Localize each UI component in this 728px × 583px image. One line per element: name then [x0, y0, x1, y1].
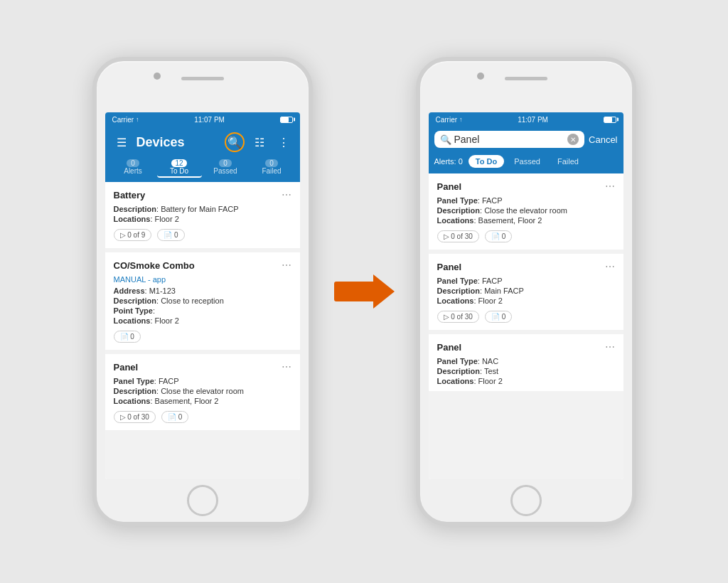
home-button-right[interactable] — [510, 485, 542, 516]
status-left-left: Carrier ↑ — [112, 116, 139, 124]
tab-todo-left[interactable]: 12 To Do — [157, 158, 202, 178]
search-glyph-left: 🔍 — [228, 136, 242, 149]
time-right: 11:07 PM — [518, 116, 548, 124]
tab-failed-label-left: Failed — [262, 167, 281, 175]
arrow-shape — [334, 274, 395, 309]
tab-failed-left[interactable]: 0 Failed — [250, 158, 294, 178]
card-panel-r2-more[interactable]: ⋯ — [605, 261, 615, 272]
tab-failed-badge-left: 0 — [265, 159, 278, 167]
card-cosmoke-footer: 📄 0 — [114, 331, 291, 343]
battery-fill-left — [281, 117, 289, 122]
speaker-left — [181, 77, 224, 80]
card-cosmoke-header: CO/Smoke Combo ⋯ — [114, 260, 291, 271]
wifi-icon-left: ↑ — [136, 116, 139, 123]
filter-tab-failed[interactable]: Failed — [550, 155, 586, 168]
battery-icon-left — [280, 117, 293, 123]
search-icon-left[interactable]: 🔍 — [225, 132, 245, 152]
card-panel-r1-more[interactable]: ⋯ — [605, 181, 615, 192]
status-right-left — [280, 117, 293, 123]
card-battery-footer: ▷ 0 of 9 📄 0 — [114, 229, 291, 241]
filter-tab-passed[interactable]: Passed — [507, 155, 547, 168]
tab-passed-left[interactable]: 0 Passed — [203, 158, 248, 178]
card-panel-r1-loc: Locations: Basement, Floor 2 — [437, 216, 615, 225]
card-panel-r3-more[interactable]: ⋯ — [605, 341, 615, 353]
badge-cosmoke-doc: 📄 0 — [114, 331, 141, 343]
home-button-left[interactable] — [187, 485, 218, 516]
badge-panel-r2-task: ▷ 0 of 30 — [437, 311, 479, 323]
card-panel-r2-header: Panel ⋯ — [437, 261, 615, 272]
card-cosmoke-manual: MANUAL - app — [114, 275, 291, 284]
card-battery-desc: Description: Battery for Main FACP — [114, 205, 291, 213]
card-panel-left-footer: ▷ 0 of 30 📄 0 — [114, 411, 291, 423]
card-battery-loc: Locations: Floor 2 — [114, 215, 291, 223]
card-panel-r1: Panel ⋯ Panel Type: FACP Description: Cl… — [429, 173, 623, 250]
arrow-head — [373, 274, 395, 309]
alerts-label-right: Alerts: 0 — [434, 157, 463, 166]
filter-tab-todo[interactable]: To Do — [469, 155, 504, 168]
card-cosmoke-loc: Locations: Floor 2 — [114, 316, 291, 325]
badge-panel-r1-task: ▷ 0 of 30 — [437, 230, 479, 242]
card-battery: Battery ⋯ Description: Battery for Main … — [105, 182, 300, 248]
tab-bar-left: 0 Alerts 12 To Do 0 Passed 0 Failed — [105, 158, 300, 182]
card-panel-r3-loc: Locations: Floor 2 — [437, 377, 615, 385]
camera-right — [477, 73, 484, 80]
card-panel-left-desc: Description: Close the elevator room — [114, 387, 291, 395]
status-right-right — [604, 117, 616, 123]
content-left: Battery ⋯ Description: Battery for Main … — [105, 182, 300, 479]
card-panel-r3-name: Panel — [437, 342, 462, 353]
left-phone-inner: Carrier ↑ 11:07 PM ☰ Devices 🔍 ☷ ⋮ — [105, 112, 300, 479]
status-left-right: Carrier ↑ — [436, 116, 463, 124]
status-bar-right: Carrier ↑ 11:07 PM — [429, 112, 623, 127]
speaker-right — [505, 77, 547, 80]
menu-icon-left[interactable]: ☰ — [112, 133, 131, 151]
app-header-left: ☰ Devices 🔍 ☷ ⋮ — [105, 127, 300, 158]
card-cosmoke-type: Point Type: — [114, 306, 291, 315]
cancel-button[interactable]: Cancel — [589, 134, 617, 145]
search-icon-right: 🔍 — [440, 134, 451, 145]
badge-panel-left-doc: 📄 0 — [161, 411, 188, 423]
status-bar-left: Carrier ↑ 11:07 PM — [105, 112, 300, 127]
card-panel-r2-footer: ▷ 0 of 30 📄 0 — [437, 311, 615, 323]
header-title-left: Devices — [136, 135, 219, 150]
card-panel-left-more[interactable]: ⋯ — [282, 361, 291, 373]
badge-panel-r1-doc: 📄 0 — [485, 230, 512, 242]
card-panel-left-header: Panel ⋯ — [114, 361, 291, 373]
camera-left — [154, 73, 161, 80]
card-cosmoke-addr: Address: M1-123 — [114, 287, 291, 295]
left-phone: Carrier ↑ 11:07 PM ☰ Devices 🔍 ☷ ⋮ — [92, 57, 313, 526]
card-panel-r2-name: Panel — [437, 262, 462, 272]
tab-alerts-label-left: Alerts — [124, 167, 142, 175]
filter-tabs-right: Alerts: 0 To Do Passed Failed — [429, 152, 623, 173]
tab-todo-label-left: To Do — [170, 167, 188, 175]
card-panel-r2-desc: Description: Main FACP — [437, 287, 615, 295]
card-panel-r3-type: Panel Type: NAC — [437, 357, 615, 365]
card-panel-left-loc: Locations: Basement, Floor 2 — [114, 397, 291, 405]
phone-top-left — [97, 61, 309, 112]
arrow-container — [334, 274, 395, 309]
filter-icon-left[interactable]: ☷ — [250, 133, 269, 151]
card-cosmoke-name: CO/Smoke Combo — [114, 260, 195, 271]
right-phone: Carrier ↑ 11:07 PM 🔍 Panel ✕ Cancel — [416, 57, 636, 526]
search-bar-container: 🔍 Panel ✕ Cancel — [429, 127, 623, 152]
badge-panel-r2-doc: 📄 0 — [485, 311, 512, 323]
card-panel-r3: Panel ⋯ Panel Type: NAC Description: Tes… — [429, 334, 623, 391]
carrier-left: Carrier — [112, 116, 134, 124]
more-icon-left[interactable]: ⋮ — [274, 133, 293, 151]
card-panel-r1-desc: Description: Close the elevator room — [437, 206, 615, 215]
tab-alerts-left[interactable]: 0 Alerts — [111, 158, 156, 178]
right-phone-inner: Carrier ↑ 11:07 PM 🔍 Panel ✕ Cancel — [429, 112, 623, 479]
card-battery-header: Battery ⋯ — [114, 189, 291, 200]
search-input-text[interactable]: Panel — [454, 134, 565, 145]
card-panel-r3-header: Panel ⋯ — [437, 341, 615, 353]
card-panel-r1-footer: ▷ 0 of 30 📄 0 — [437, 230, 615, 242]
card-panel-r1-name: Panel — [437, 181, 462, 192]
card-panel-left: Panel ⋯ Panel Type: FACP Description: Cl… — [105, 354, 300, 430]
search-clear-button[interactable]: ✕ — [567, 134, 579, 145]
card-battery-more[interactable]: ⋯ — [282, 189, 291, 200]
card-cosmoke-more[interactable]: ⋯ — [282, 260, 291, 271]
badge-battery-doc: 📄 0 — [157, 229, 184, 241]
search-input-wrap[interactable]: 🔍 Panel ✕ — [434, 131, 585, 148]
carrier-right: Carrier — [436, 116, 458, 124]
card-panel-r1-header: Panel ⋯ — [437, 181, 615, 192]
wifi-icon-right: ↑ — [459, 116, 463, 123]
